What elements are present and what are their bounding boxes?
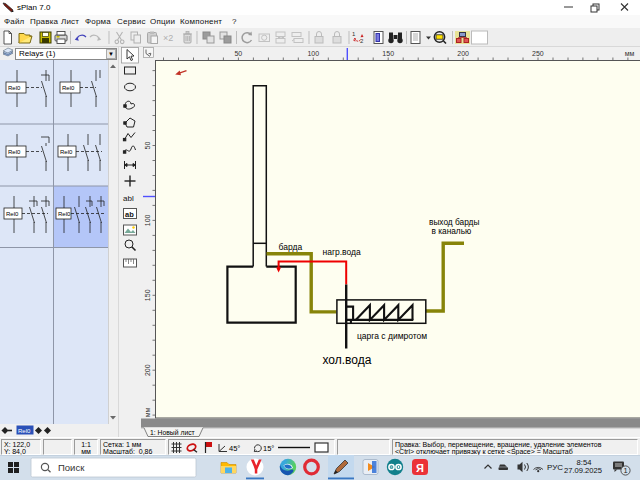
svg-text:Я: Я (416, 462, 424, 474)
svg-text:Rel0: Rel0 (18, 428, 31, 434)
svg-text:45°: 45° (229, 444, 240, 453)
svg-text:Rel0: Rel0 (62, 85, 75, 91)
svg-text:1: 1 (352, 31, 356, 37)
svg-text:царга с димротом: царга с димротом (357, 331, 427, 341)
svg-text:мм: мм (144, 408, 151, 418)
svg-text:1: Новый лист: 1: Новый лист (150, 429, 195, 436)
svg-text:в каналью: в каналью (432, 226, 472, 236)
svg-text:2: 2 (360, 38, 364, 44)
svg-text:нагр.вода: нагр.вода (323, 247, 362, 257)
svg-text:50: 50 (234, 50, 242, 57)
svg-text:250: 250 (532, 50, 544, 57)
svg-text:200: 200 (457, 50, 469, 57)
svg-text:Rel0: Rel0 (60, 149, 73, 155)
svg-text:×2: ×2 (163, 33, 173, 43)
svg-text:100: 100 (144, 214, 151, 226)
svg-text:100: 100 (307, 50, 319, 57)
svg-text:abl: abl (123, 194, 134, 203)
svg-text:мм: мм (625, 50, 635, 57)
svg-text:барда: барда (279, 242, 303, 252)
svg-text:15°: 15° (263, 444, 274, 453)
svg-text:150: 150 (144, 289, 151, 301)
svg-text:ab: ab (125, 210, 134, 219)
svg-text:Поиск: Поиск (58, 462, 85, 473)
svg-text:50: 50 (144, 142, 151, 150)
svg-text:хол.вода: хол.вода (323, 353, 372, 367)
svg-text:Rel0: Rel0 (8, 85, 21, 91)
svg-text:Rel0: Rel0 (6, 211, 19, 217)
svg-text:150: 150 (382, 50, 394, 57)
svg-text:200: 200 (144, 364, 151, 376)
svg-text:РУС: РУС (547, 463, 563, 472)
svg-text:Rel0: Rel0 (58, 211, 71, 217)
svg-text:27.09.2025: 27.09.2025 (564, 466, 602, 475)
svg-text:Rel0: Rel0 (8, 149, 21, 155)
svg-text:1: 1 (623, 466, 627, 475)
